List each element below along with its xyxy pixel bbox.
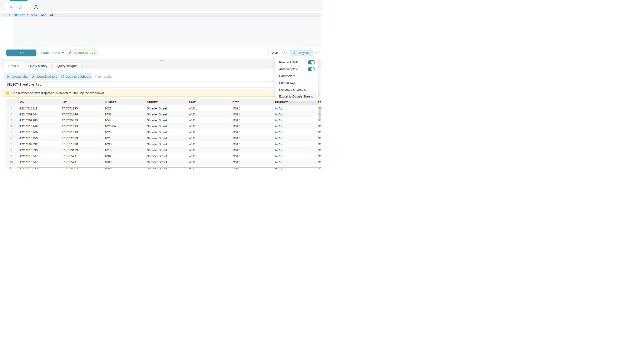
tab-query-insights[interactable]: Query Insights xyxy=(52,62,82,69)
sort-icon[interactable]: ▲▼ xyxy=(160,101,161,103)
cell-number: 1000 xyxy=(102,159,144,165)
cell-lon: -122.4515811 xyxy=(16,105,59,111)
cell-district: NULL xyxy=(273,129,315,135)
editor-tab-1[interactable]: Tab 1 xyxy=(4,3,31,11)
cell-street: Shrader Street xyxy=(144,117,187,123)
table-header-row: LON▲▼LAT▲▼NUMBER▲▼STREET▲▼UNIT▲▼CITY▲▼DI… xyxy=(6,99,321,105)
column-header-label: DISTRICT xyxy=(275,101,288,104)
cell-district: NULL xyxy=(273,135,315,141)
sql-code-editor[interactable]: 1 SELECT * from long_lat xyxy=(1,13,321,47)
cell-unit: NULL xyxy=(187,153,230,159)
row-number: 5 xyxy=(6,129,16,135)
sort-icon[interactable]: ▲▼ xyxy=(241,101,242,103)
column-header-lat[interactable]: LAT▲▼ xyxy=(59,99,102,105)
row-number: 8 xyxy=(6,147,16,153)
column-header-label: LAT xyxy=(62,101,67,104)
menu-item-keyboard-shortcuts[interactable]: Keyboard shortcuts xyxy=(276,86,317,93)
horizontal-scrollbar[interactable] xyxy=(17,167,320,168)
column-header-unit[interactable]: UNIT▲▼ xyxy=(187,99,230,105)
menu-item-label: Keyboard shortcuts xyxy=(279,88,306,91)
menu-item-label: Export to Google Sheets xyxy=(279,95,313,98)
clock-icon xyxy=(69,51,72,54)
cell-number: 1018 xyxy=(102,147,144,153)
menu-item-label: Format SQL xyxy=(279,81,296,85)
create-chart-button[interactable]: Create chart xyxy=(4,73,32,80)
cell-lat: 37.7650483 xyxy=(59,117,102,123)
row-number: 10 xyxy=(6,159,16,165)
results-panel: Create chart Download to CSV Copy to Cli… xyxy=(1,69,321,169)
add-tab-button[interactable] xyxy=(32,3,40,11)
options-menu: Render HTMLAutocompleteParametersFormat … xyxy=(275,58,318,101)
column-header-number[interactable]: NUMBER▲▼ xyxy=(102,99,144,105)
line-number: 1 xyxy=(1,14,10,17)
save-options-button[interactable] xyxy=(280,50,287,56)
vertical-scrollbar[interactable] xyxy=(319,108,320,120)
column-header-street[interactable]: STREET▲▼ xyxy=(144,99,187,105)
save-button[interactable]: Save xyxy=(268,50,280,56)
limit-dropdown[interactable]: LIMIT: 1 000 xyxy=(41,50,64,56)
sort-icon[interactable]: ▲▼ xyxy=(69,101,70,103)
close-tab-icon[interactable] xyxy=(24,6,27,8)
sort-icon[interactable]: ▲▼ xyxy=(26,101,28,103)
cell-district: NULL xyxy=(273,141,315,147)
row-number: 6 xyxy=(6,135,16,141)
sql-operator: * xyxy=(25,14,30,17)
tab-results[interactable]: Results xyxy=(4,62,23,69)
limit-label: LIMIT: xyxy=(41,51,50,55)
spacer xyxy=(0,11,322,13)
table-row: 5-122.451594937.76518131025Shrader Stree… xyxy=(6,129,321,135)
query-success-icon xyxy=(18,5,22,9)
table-row: 8-122.451053337.76531991018Shrader Stree… xyxy=(6,147,321,153)
cell-number: 1027 xyxy=(102,105,144,111)
sort-icon[interactable]: ▲▼ xyxy=(290,101,291,103)
table-row: 6-122.451015637.76525331024Shrader Stree… xyxy=(6,135,321,141)
more-options-button[interactable] xyxy=(314,50,320,56)
cell-number: 1024 xyxy=(102,135,144,141)
cell-unit: NULL xyxy=(187,129,230,135)
menu-item-parameters[interactable]: Parameters xyxy=(276,73,317,79)
cell-city: NULL xyxy=(230,117,273,123)
run-button[interactable]: Run xyxy=(6,50,36,56)
cell-re: NULL xyxy=(315,135,321,141)
cell-lat: 37.765524 xyxy=(59,153,102,159)
column-header-label: STREET xyxy=(147,101,158,104)
copy-to-clipboard-button[interactable]: Copy to Clipboard xyxy=(58,73,94,80)
copy-link-button[interactable]: Copy link xyxy=(290,50,313,56)
table-row: 1-122.451581137.76511351027Shrader Stree… xyxy=(6,105,321,111)
sort-icon[interactable]: ▲▼ xyxy=(198,101,199,103)
table-row: 7-122.450983237.76518981030Shrader Stree… xyxy=(6,141,321,147)
copy-to-clipboard-label: Copy to Clipboard xyxy=(66,75,91,78)
sort-icon[interactable]: ▲▼ xyxy=(119,101,120,103)
toggle-render-html[interactable] xyxy=(308,60,315,64)
sql-query-tool: Tab 1 1 SELECT * from long_lat Run xyxy=(0,0,322,169)
menu-item-autocomplete[interactable]: Autocomplete xyxy=(276,66,317,73)
cell-district: NULL xyxy=(273,111,315,117)
cell-re: NULL xyxy=(315,141,321,147)
copy-link-label: Copy link xyxy=(298,51,310,55)
column-header-label: NUMBER xyxy=(105,101,116,104)
cell-street: Shrader Street xyxy=(144,135,187,141)
cell-street: Shrader Street xyxy=(144,105,187,111)
cell-street: Shrader Street xyxy=(144,129,187,135)
cell-unit: NULL xyxy=(187,147,230,153)
menu-item-render-html[interactable]: Render HTML xyxy=(276,59,317,66)
menu-item-label: Autocomplete xyxy=(279,67,298,71)
drag-handle-icon[interactable] xyxy=(6,6,8,9)
cell-lon: -122.4510947 xyxy=(16,153,59,159)
cell-re: NULL xyxy=(315,159,321,165)
cell-lon: -122.4509832 xyxy=(16,141,59,147)
cell-lat: 37.7653199 xyxy=(59,147,102,153)
menu-item-format-sql[interactable]: Format SQL xyxy=(276,79,317,86)
cell-unit: NULL xyxy=(187,105,230,111)
toggle-autocomplete[interactable] xyxy=(308,67,315,71)
menu-item-export-to-google-sheets[interactable]: Export to Google Sheets xyxy=(276,93,317,100)
cell-district: NULL xyxy=(273,117,315,123)
column-header-city[interactable]: CITY▲▼ xyxy=(230,99,273,105)
panel-resize-handle[interactable] xyxy=(160,60,164,61)
cell-street: Shrader Street xyxy=(144,147,187,153)
column-header-lon[interactable]: LON▲▼ xyxy=(16,99,59,105)
row-limit-warning-banner: ! The number of rows displayed is limite… xyxy=(2,89,320,97)
tab-query-history[interactable]: Query history xyxy=(24,62,52,69)
cell-lon: -122.4510947 xyxy=(16,159,59,165)
sql-keyword: SELECT xyxy=(7,83,18,86)
